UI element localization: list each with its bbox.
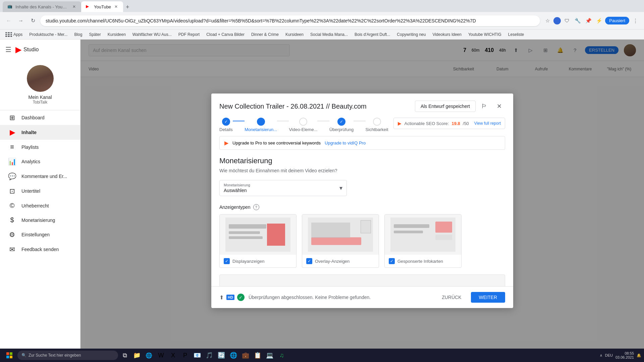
upload-modal: New Collection Trailer - 26.08.2021 // B… <box>211 94 513 308</box>
avatar-image <box>27 65 54 92</box>
bookmark-label: Videokurs Ideen <box>432 32 462 37</box>
profile-handle: TobiTalk <box>33 100 47 105</box>
sidebar-item-urheberrecht[interactable]: © Urheberrecht <box>0 198 80 213</box>
back-button[interactable]: ← <box>4 16 13 25</box>
ext-icon-4[interactable]: 📌 <box>584 16 593 25</box>
bookmark-cload[interactable]: Cload + Canva Bilder <box>204 32 247 38</box>
bookmark-star-icon[interactable]: ☆ <box>543 16 552 25</box>
browser-profile-button[interactable]: Pausiert <box>605 17 629 24</box>
browser-tab-inactive[interactable]: 📺 Inhalte des Kanals - YouTube St... ✕ <box>3 1 81 12</box>
ad-card-sponsored: ✓ Gesponserte Infokarten <box>384 214 462 268</box>
taskbar-word[interactable]: W <box>156 350 166 361</box>
step-label-sichtbarkeit: Sichtbarkeit <box>366 127 388 132</box>
tab-close-2[interactable]: ✕ <box>114 4 118 10</box>
hamburger-menu[interactable]: ☰ <box>5 46 11 54</box>
sidebar-item-dashboard[interactable]: ⊞ Dashboard <box>0 110 80 125</box>
taskbar-app6[interactable]: 🎵 <box>204 350 215 361</box>
address-bar[interactable] <box>40 15 540 26</box>
bookmark-label: Dinner & Crime <box>251 32 279 37</box>
sidebar-item-einstellungen[interactable]: ⚙ Einstellungen <box>0 227 80 242</box>
sponsored-checkbox[interactable]: ✓ <box>389 258 395 264</box>
new-tab-button[interactable]: + <box>123 2 132 12</box>
check-icon-footer: ✓ <box>237 294 245 301</box>
display-ad-label: Displayanzeigen <box>232 259 264 264</box>
sidebar-item-label: Playlists <box>21 144 39 150</box>
taskbar-search[interactable]: 🔍 Zur Suche Text hier eingeben <box>17 351 118 360</box>
flag-button[interactable]: 🏳 <box>478 100 490 112</box>
sidebar-item-inhalte[interactable]: ▶ Inhalte <box>0 125 80 140</box>
draft-button[interactable]: Als Entwurf gespeichert <box>415 101 476 112</box>
tab-close-1[interactable]: ✕ <box>72 4 76 10</box>
ad-info-icon[interactable]: ? <box>253 204 259 210</box>
close-button[interactable]: ✕ <box>493 100 505 112</box>
taskbar-powerpoint[interactable]: P <box>180 350 191 361</box>
bookmark-copy[interactable]: Copywriting neu <box>394 32 428 38</box>
step-video-elemente: Video-Eleme... <box>289 118 317 132</box>
bookmark-videokurs[interactable]: Videokurs Ideen <box>430 32 464 38</box>
view-report-link[interactable]: View full report <box>474 121 501 126</box>
taskbar-app7[interactable]: 🔄 <box>216 350 227 361</box>
ext-icon-5[interactable]: ⚡ <box>594 16 604 25</box>
modal-header-actions: Als Entwurf gespeichert 🏳 ✕ <box>415 100 505 112</box>
connector-3 <box>317 121 329 121</box>
ext-icon-1[interactable] <box>553 17 561 24</box>
sidebar-profile: Mein Kanal TobiTalk <box>0 60 80 110</box>
bookmark-dinner[interactable]: Dinner & Crime <box>249 32 281 38</box>
apps-dot <box>8 32 9 33</box>
taskbar-app8[interactable]: 💼 <box>240 350 251 361</box>
footer-icons: ⬆ HD ✓ <box>219 294 245 301</box>
overlay-ad-preview <box>302 215 379 255</box>
sidebar-item-feedback[interactable]: ✉ Feedback senden <box>0 242 80 257</box>
sidebar-item-label: Dashboard <box>21 115 45 120</box>
taskbar-spotify[interactable]: ♫ <box>276 350 287 361</box>
taskbar-lang: DEU <box>605 353 613 357</box>
browser-tab-active[interactable]: ▶ YouTube ✕ <box>81 1 123 12</box>
ext-icon-3[interactable]: 🔧 <box>573 16 582 25</box>
seo-max: /50 <box>463 121 469 126</box>
bookmark-kursideen[interactable]: Kursideen <box>105 32 128 38</box>
apps-dot <box>8 34 9 35</box>
sidebar-item-analytics[interactable]: 📊 Analytics <box>0 154 80 169</box>
bookmark-blog[interactable]: Blog <box>71 32 85 38</box>
ext-icon-2[interactable]: 🛡 <box>562 16 572 25</box>
tab-favicon-2: ▶ <box>86 4 91 9</box>
taskbar-app5[interactable]: 📧 <box>192 350 203 361</box>
overlay-checkbox[interactable]: ✓ <box>306 258 312 264</box>
bookmark-apps[interactable]: Apps <box>3 32 25 38</box>
ad-card-overlay: ✓ Overlay-Anzeigen <box>302 214 379 268</box>
back-button-modal[interactable]: ZURÜCK <box>436 292 467 303</box>
sidebar-item-monetarisierung[interactable]: $ Monetarisierung <box>0 213 80 227</box>
taskbar-app9[interactable]: 📋 <box>252 350 263 361</box>
taskbar-explorer[interactable]: 📁 <box>131 350 142 361</box>
bookmark-bois[interactable]: Bois d'Argent Duft... <box>352 32 393 38</box>
search-icon: 🔍 <box>21 353 26 358</box>
more-options-icon[interactable]: ⋮ <box>631 16 640 25</box>
taskbar-chrome[interactable]: 🌐 <box>144 350 154 361</box>
bookmark-pdf[interactable]: PDF Report <box>176 32 202 38</box>
bookmark-youtube-wichtig[interactable]: Youtube WICHTIG <box>466 32 504 38</box>
bookmark-kursideen2[interactable]: Kursideen <box>283 32 306 38</box>
bookmark-wahlfaecher[interactable]: Wahlfächer WU Aus... <box>130 32 174 38</box>
vidiq-upgrade-link[interactable]: Upgrade to vidIQ Pro <box>325 140 366 145</box>
bookmark-leseliste[interactable]: Leseliste <box>505 32 527 38</box>
display-checkbox[interactable]: ✓ <box>224 258 230 264</box>
bookmark-label: Youtube WICHTIG <box>468 32 501 37</box>
taskbar-app10[interactable]: 💻 <box>264 350 275 361</box>
sidebar-item-kommentare[interactable]: 💬 Kommentare und Er... <box>0 169 80 184</box>
sidebar-item-untertitel[interactable]: ⊡ Untertitel <box>0 184 80 198</box>
bookmark-produktsuche[interactable]: Produktsuche - Mer... <box>26 32 70 38</box>
taskbar-taskview[interactable]: ⧉ <box>119 350 130 361</box>
notification-icon[interactable]: 🔔 <box>637 353 641 358</box>
taskbar-chrome2[interactable]: 🌐 <box>228 350 239 361</box>
bookmark-spaeter[interactable]: Später <box>86 32 103 38</box>
bookmark-label: Social Media Mana... <box>310 32 348 37</box>
bookmark-social[interactable]: Social Media Mana... <box>308 32 351 38</box>
bookmark-label: Blog <box>74 32 82 37</box>
next-button-modal[interactable]: WEITER <box>471 292 505 303</box>
taskbar-clock: 08:55 03.06.2021 <box>615 351 634 359</box>
start-button[interactable] <box>3 350 16 361</box>
taskbar-excel[interactable]: X <box>168 350 178 361</box>
sidebar-item-playlists[interactable]: ≡ Playlists <box>0 140 80 154</box>
forward-button[interactable]: → <box>16 16 25 25</box>
reload-button[interactable]: ↻ <box>28 16 38 25</box>
